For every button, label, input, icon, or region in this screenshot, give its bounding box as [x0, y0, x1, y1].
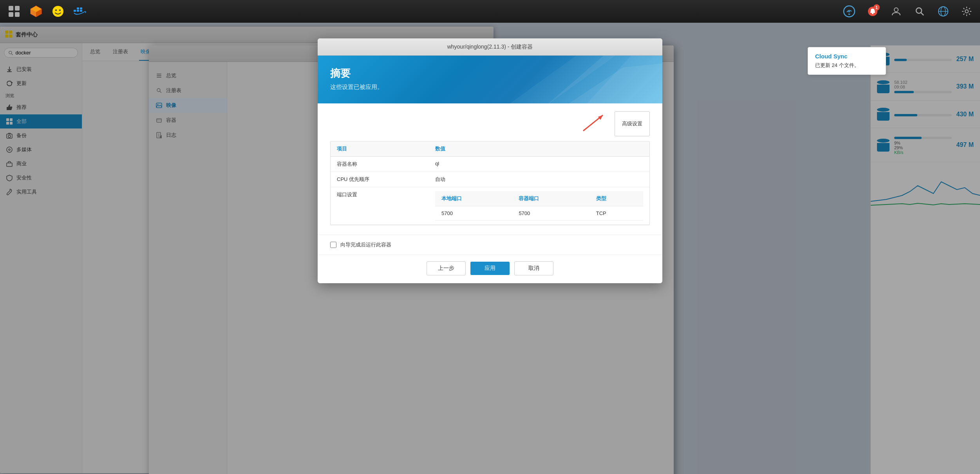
- network-taskbar-icon[interactable]: [935, 3, 952, 20]
- search-taskbar-icon[interactable]: [911, 3, 928, 20]
- docker-taskbar-icon[interactable]: [71, 2, 89, 21]
- cell-value-0: ql: [429, 157, 649, 172]
- svg-rect-15: [80, 7, 82, 9]
- port-container-0: 5700: [512, 206, 589, 221]
- dialog-table-wrapper: 项目 数值 容器名称 ql CPU 优先顺序 自动: [330, 141, 650, 225]
- taskbar-right: 1: [841, 3, 975, 20]
- table-row-container-name: 容器名称 ql: [331, 157, 649, 172]
- port-type-0: TCP: [590, 206, 643, 221]
- settings-taskbar-icon[interactable]: [958, 3, 975, 20]
- dialog-titlebar: whyour/qinglong(2.11.3) - 创建容器: [318, 38, 662, 56]
- dialog-content: 高级设置 项目 数值 容器名称: [318, 103, 662, 235]
- svg-point-10: [59, 9, 61, 11]
- cloud-sync-tooltip-text: 已更新 24 个文件。: [815, 62, 879, 69]
- cell-item-1: CPU 优先顺序: [331, 172, 429, 187]
- svg-rect-1: [15, 6, 20, 11]
- cloud-sync-tooltip: Cloud Sync 已更新 24 个文件。: [808, 47, 886, 75]
- col-item-header: 项目: [331, 141, 429, 157]
- dialog-table: 项目 数值 容器名称 ql CPU 优先顺序 自动: [331, 141, 649, 225]
- cell-value-1: 自动: [429, 172, 649, 187]
- svg-rect-18: [872, 13, 873, 14]
- dialog-header: 摘要 这些设置已被应用。: [318, 56, 662, 103]
- notification-icon[interactable]: 1: [864, 3, 881, 20]
- dialog-footer-section: 向导完成后运行此容器: [318, 235, 662, 255]
- svg-point-25: [965, 10, 968, 13]
- advanced-btn-row: 高级设置: [330, 111, 650, 136]
- svg-line-21: [921, 13, 924, 15]
- run-after-wizard-checkbox[interactable]: [330, 242, 336, 248]
- svg-point-20: [916, 8, 922, 13]
- svg-rect-3: [15, 12, 20, 17]
- port-col-type: 类型: [590, 191, 643, 206]
- dialog-overlay: whyour/qinglong(2.11.3) - 创建容器 摘要 这些设置已被…: [0, 23, 980, 474]
- port-local-0: 5700: [435, 206, 512, 221]
- svg-point-8: [52, 6, 63, 17]
- arrow-indicator: [575, 111, 611, 135]
- cell-value-2: 本地端口 容器端口 类型 5700: [429, 187, 649, 225]
- cloud-sync-tooltip-title: Cloud Sync: [815, 53, 879, 60]
- face-icon[interactable]: [49, 2, 67, 21]
- dialog-buttons: 上一步 应用 取消: [318, 255, 662, 283]
- col-value-header: 数值: [429, 141, 649, 157]
- advanced-settings-button[interactable]: 高级设置: [615, 111, 650, 136]
- cloud-sync-taskbar-icon[interactable]: [841, 3, 858, 20]
- prev-button[interactable]: 上一步: [427, 261, 466, 275]
- port-row-0: 5700 5700 TCP: [435, 206, 643, 221]
- run-after-wizard-label[interactable]: 向导完成后运行此容器: [330, 241, 650, 248]
- svg-rect-2: [9, 12, 13, 17]
- table-row-ports: 端口设置 本地端口 容器端口 类型: [331, 187, 649, 225]
- svg-rect-14: [77, 7, 79, 9]
- grid-icon[interactable]: [5, 2, 24, 21]
- taskbar: 1: [0, 0, 980, 23]
- port-sub-table: 本地端口 容器端口 类型 5700: [435, 191, 643, 221]
- create-container-dialog: whyour/qinglong(2.11.3) - 创建容器 摘要 这些设置已被…: [318, 38, 662, 283]
- dialog-window-title-text: whyour/qinglong(2.11.3) - 创建容器: [447, 43, 533, 51]
- cancel-button[interactable]: 取消: [514, 261, 553, 275]
- port-col-local: 本地端口: [435, 191, 512, 206]
- port-col-container: 容器端口: [512, 191, 589, 206]
- header-decoration: [506, 56, 662, 103]
- svg-rect-0: [9, 6, 13, 11]
- run-after-wizard-text: 向导完成后运行此容器: [340, 241, 391, 248]
- table-row-cpu: CPU 优先顺序 自动: [331, 172, 649, 187]
- svg-marker-61: [598, 115, 603, 120]
- svg-rect-12: [77, 10, 79, 12]
- svg-point-9: [55, 9, 57, 11]
- notification-badge: 1: [873, 4, 880, 11]
- user-taskbar-icon[interactable]: [888, 3, 905, 20]
- svg-rect-13: [80, 10, 82, 12]
- cell-item-2: 端口设置: [331, 187, 429, 225]
- cell-item-0: 容器名称: [331, 157, 429, 172]
- apply-button[interactable]: 应用: [470, 262, 510, 275]
- svg-rect-11: [74, 10, 76, 12]
- svg-point-19: [894, 8, 898, 12]
- cube-icon[interactable]: [27, 2, 45, 21]
- desktop: 套件中心: [0, 23, 980, 474]
